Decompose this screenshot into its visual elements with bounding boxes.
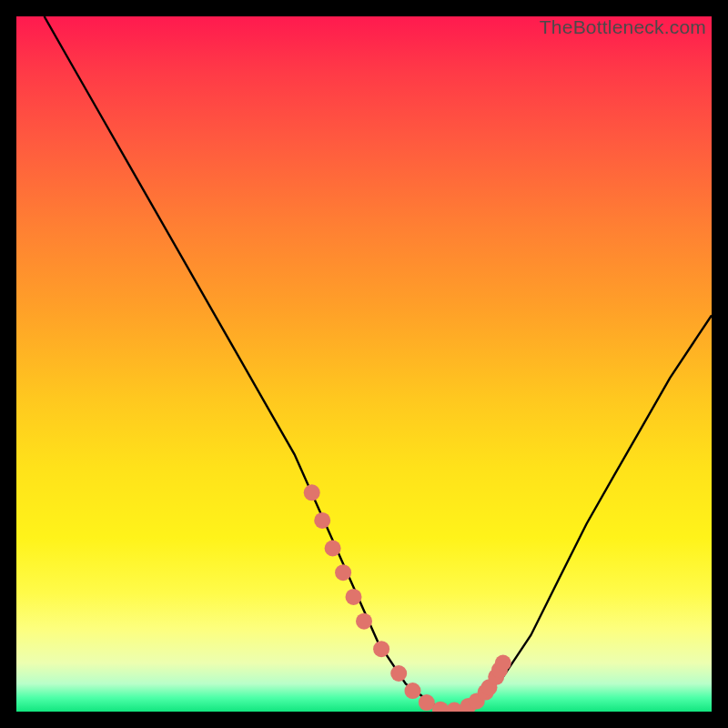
chart-frame: TheBottleneck.com [16,16,712,712]
gradient-background [16,16,712,712]
watermark-text: TheBottleneck.com [540,16,706,38]
